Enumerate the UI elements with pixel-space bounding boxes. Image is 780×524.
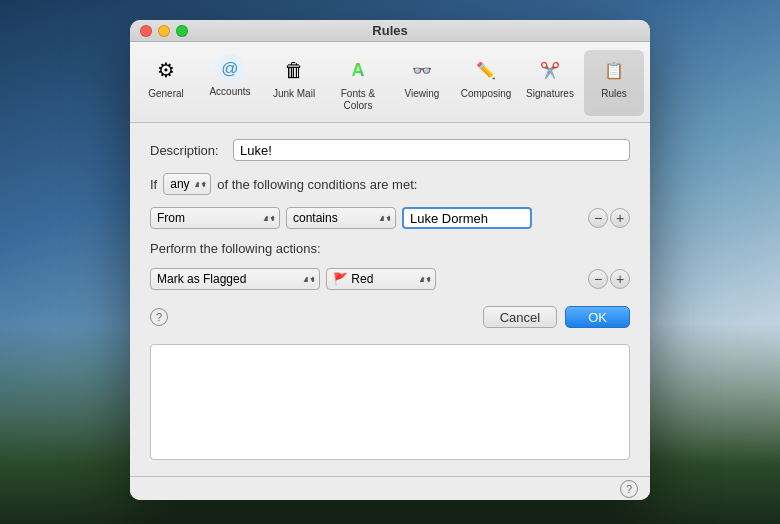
viewing-icon: 👓: [406, 54, 438, 86]
toolbar-item-composing[interactable]: ✏️ Composing: [456, 50, 516, 116]
remove-action-button[interactable]: −: [588, 269, 608, 289]
toolbar-item-junk-mail[interactable]: 🗑 Junk Mail: [264, 50, 324, 116]
toolbar-label-fonts-colors: Fonts & Colors: [332, 88, 384, 112]
traffic-lights: [140, 25, 188, 37]
add-condition-button[interactable]: +: [610, 208, 630, 228]
action-value-select[interactable]: 🚩 Red 🚩 Orange 🚩 Yellow: [326, 268, 436, 290]
toolbar-item-general[interactable]: ⚙ General: [136, 50, 196, 116]
perform-label: Perform the following actions:: [150, 241, 630, 256]
description-row: Description:: [150, 139, 630, 161]
minimize-button[interactable]: [158, 25, 170, 37]
bottom-bar: ?: [130, 476, 650, 500]
actions-row: Mark as Flagged Move Message Copy Messag…: [150, 268, 630, 290]
toolbar-label-signatures: Signatures: [526, 88, 574, 100]
toolbar-label-viewing: Viewing: [405, 88, 440, 100]
filter-row: From To Subject ▲▼ contains does not con…: [150, 207, 630, 229]
close-button[interactable]: [140, 25, 152, 37]
toolbar-item-rules[interactable]: 📋 Rules: [584, 50, 644, 116]
condition-buttons: − +: [588, 208, 630, 228]
bottom-help-button[interactable]: ?: [620, 480, 638, 498]
add-action-button[interactable]: +: [610, 269, 630, 289]
action-value-select-wrapper: 🚩 Red 🚩 Orange 🚩 Yellow ▲▼: [326, 268, 436, 290]
rules-list-panel: [150, 344, 630, 460]
condition-text-row: If any all ▲▼ of the following condition…: [150, 173, 630, 195]
operator-select[interactable]: contains does not contain equals: [286, 207, 396, 229]
toolbar-label-general: General: [148, 88, 184, 100]
toolbar-label-junk-mail: Junk Mail: [273, 88, 315, 100]
composing-icon: ✏️: [470, 54, 502, 86]
toolbar: ⚙ General @ Accounts 🗑 Junk Mail A Fonts…: [130, 42, 650, 123]
ok-button[interactable]: OK: [565, 306, 630, 328]
window-title: Rules: [372, 23, 407, 38]
help-button[interactable]: ?: [150, 308, 168, 326]
description-label: Description:: [150, 143, 225, 158]
operator-select-wrapper: contains does not contain equals ▲▼: [286, 207, 396, 229]
description-input[interactable]: [233, 139, 630, 161]
of-label: of the following conditions are met:: [217, 177, 417, 192]
action-type-select-wrapper: Mark as Flagged Move Message Copy Messag…: [150, 268, 320, 290]
any-select[interactable]: any all: [163, 173, 211, 195]
toolbar-item-signatures[interactable]: ✂️ Signatures: [520, 50, 580, 116]
action-buttons: − +: [588, 269, 630, 289]
remove-condition-button[interactable]: −: [588, 208, 608, 228]
buttons-row: ? Cancel OK: [150, 306, 630, 328]
if-label: If: [150, 177, 157, 192]
fonts-icon: A: [342, 54, 374, 86]
toolbar-item-accounts[interactable]: @ Accounts: [200, 50, 260, 116]
gear-icon: ⚙: [150, 54, 182, 86]
any-select-wrapper: any all ▲▼: [163, 173, 211, 195]
junk-icon: 🗑: [278, 54, 310, 86]
titlebar: Rules: [130, 20, 650, 42]
cancel-button[interactable]: Cancel: [483, 306, 557, 328]
condition-value-input[interactable]: [402, 207, 532, 229]
toolbar-label-composing: Composing: [461, 88, 512, 100]
form-content: Description: If any all ▲▼ of the follow…: [130, 123, 650, 476]
field-select-wrapper: From To Subject ▲▼: [150, 207, 280, 229]
toolbar-item-fonts-colors[interactable]: A Fonts & Colors: [328, 50, 388, 116]
at-icon: @: [215, 54, 245, 84]
maximize-button[interactable]: [176, 25, 188, 37]
field-select[interactable]: From To Subject: [150, 207, 280, 229]
toolbar-label-rules: Rules: [601, 88, 627, 100]
toolbar-item-viewing[interactable]: 👓 Viewing: [392, 50, 452, 116]
rules-window: Rules ⚙ General @ Accounts 🗑 Junk Mail A…: [130, 20, 650, 500]
toolbar-label-accounts: Accounts: [209, 86, 250, 98]
rules-icon: 📋: [598, 54, 630, 86]
action-type-select[interactable]: Mark as Flagged Move Message Copy Messag…: [150, 268, 320, 290]
scissors-icon: ✂️: [534, 54, 566, 86]
